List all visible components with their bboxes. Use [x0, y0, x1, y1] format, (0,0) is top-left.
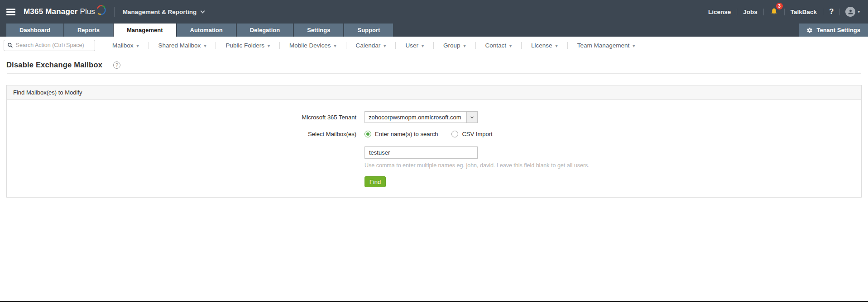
- chevron-down-icon: [470, 115, 475, 120]
- action-menus: Mailbox Shared Mailbox Public Folders Mo…: [103, 42, 644, 49]
- talkback-link[interactable]: TalkBack: [785, 9, 823, 15]
- caret-down-icon: [334, 42, 336, 49]
- select-mailbox-row: Select Mailbox(es) Enter name(s) to sear…: [7, 131, 861, 137]
- tab-reports[interactable]: Reports: [64, 24, 113, 37]
- top-bar: M365 Manager Plus Management & Reporting…: [0, 0, 868, 24]
- account-menu[interactable]: ▾: [840, 7, 860, 17]
- gear-icon: [806, 27, 813, 33]
- radio-csv-import-label: CSV Import: [462, 131, 492, 137]
- mailbox-name-input[interactable]: [364, 146, 478, 159]
- caret-down-icon: [204, 42, 206, 49]
- menu-shared-mailbox[interactable]: Shared Mailbox: [149, 42, 216, 49]
- tab-automation[interactable]: Automation: [177, 24, 236, 37]
- caret-down-icon: [509, 42, 512, 49]
- hint-row: Use comma to enter multiple names eg. jo…: [7, 162, 861, 169]
- menu-label: User: [405, 42, 418, 49]
- logo-text-bold: M365 Manager: [24, 7, 78, 16]
- title-divider: [7, 73, 861, 74]
- topbar-right: License Jobs 3 TalkBack ? ▾: [702, 7, 860, 17]
- caret-down-icon: [463, 42, 465, 49]
- select-mailbox-label: Select Mailbox(es): [7, 131, 364, 137]
- avatar-caret-icon: ▾: [858, 9, 860, 14]
- menu-public-folders[interactable]: Public Folders: [216, 42, 279, 49]
- main-tab-bar: Dashboard Reports Management Automation …: [0, 24, 868, 37]
- topbar-divider: [114, 7, 115, 17]
- tab-management[interactable]: Management: [114, 24, 176, 37]
- jobs-link[interactable]: Jobs: [737, 9, 763, 15]
- app-logo: M365 Manager Plus: [24, 7, 106, 16]
- search-icon: [7, 42, 13, 48]
- context-label: Management & Reporting: [123, 9, 197, 15]
- find-mailbox-panel: Find Mailbox(es) to Modify Microsoft 365…: [6, 85, 862, 198]
- license-link[interactable]: License: [702, 9, 737, 15]
- notification-badge: 3: [776, 3, 783, 9]
- tenant-select-value: zohocorpwsmopm.onmicrosoft.com: [365, 114, 466, 121]
- search-action-box[interactable]: [4, 40, 95, 51]
- caret-down-icon: [384, 42, 386, 49]
- caret-down-icon: [268, 42, 270, 49]
- name-input-row: [7, 146, 861, 159]
- radio-unselected-icon[interactable]: [451, 131, 458, 137]
- panel-body: Microsoft 365 Tenant zohocorpwsmopm.onmi…: [7, 100, 861, 197]
- menu-group[interactable]: Group: [434, 42, 475, 49]
- tab-settings[interactable]: Settings: [294, 24, 343, 37]
- caret-down-icon: [422, 42, 424, 49]
- user-icon: [847, 9, 854, 15]
- caret-down-icon: [137, 42, 139, 49]
- menu-mobile-devices[interactable]: Mobile Devices: [280, 42, 346, 49]
- menu-label: Group: [443, 42, 460, 49]
- tab-support[interactable]: Support: [344, 24, 393, 37]
- panel-header: Find Mailbox(es) to Modify: [7, 85, 861, 100]
- menu-user[interactable]: User: [396, 42, 433, 49]
- radio-selected-icon[interactable]: [364, 131, 371, 137]
- menu-label: Mobile Devices: [289, 42, 331, 49]
- tenant-settings-label: Tenant Settings: [816, 27, 860, 33]
- search-input[interactable]: [16, 42, 91, 48]
- context-switcher[interactable]: Management & Reporting: [123, 9, 205, 15]
- page-help-icon[interactable]: ?: [113, 61, 120, 69]
- menu-label: Calendar: [356, 42, 381, 49]
- menu-label: Shared Mailbox: [158, 42, 201, 49]
- find-button[interactable]: Find: [364, 176, 386, 187]
- page-title-row: Disable Exchange Mailbox ?: [0, 54, 868, 73]
- action-menu-bar: Mailbox Shared Mailbox Public Folders Mo…: [0, 37, 868, 54]
- logo-swoosh-icon: [96, 4, 106, 16]
- menu-label: License: [531, 42, 552, 49]
- tenant-row: Microsoft 365 Tenant zohocorpwsmopm.onmi…: [7, 111, 861, 123]
- tab-delegation[interactable]: Delegation: [237, 24, 293, 37]
- chevron-down-icon: [201, 9, 205, 13]
- logo-text-plus: Plus: [80, 7, 95, 16]
- menu-label: Contact: [485, 42, 507, 49]
- hamburger-menu-icon[interactable]: [6, 7, 15, 17]
- caret-down-icon: [633, 42, 635, 49]
- tab-dashboard[interactable]: Dashboard: [6, 24, 63, 37]
- menu-team-management[interactable]: Team Management: [568, 42, 645, 49]
- avatar: [845, 7, 855, 17]
- menu-calendar[interactable]: Calendar: [346, 42, 396, 49]
- input-hint-text: Use comma to enter multiple names eg. jo…: [364, 162, 590, 169]
- menu-contact[interactable]: Contact: [476, 42, 522, 49]
- menu-license[interactable]: License: [522, 42, 567, 49]
- find-row: Find: [7, 176, 861, 187]
- radio-csv-import[interactable]: CSV Import: [451, 131, 492, 137]
- radio-enter-names-label: Enter name(s) to search: [375, 131, 438, 137]
- menu-label: Public Folders: [225, 42, 264, 49]
- help-button[interactable]: ?: [823, 7, 839, 16]
- menu-label: Team Management: [577, 42, 630, 49]
- page-title: Disable Exchange Mailbox: [6, 61, 102, 69]
- caret-down-icon: [556, 42, 558, 49]
- menu-label: Mailbox: [112, 42, 134, 49]
- menu-mailbox[interactable]: Mailbox: [103, 42, 149, 49]
- tenant-select[interactable]: zohocorpwsmopm.onmicrosoft.com: [364, 111, 478, 123]
- tenant-settings-button[interactable]: Tenant Settings: [799, 24, 868, 37]
- tenant-label: Microsoft 365 Tenant: [7, 114, 364, 121]
- notifications-button[interactable]: 3: [764, 7, 784, 17]
- select-arrow[interactable]: [466, 112, 477, 123]
- radio-enter-names[interactable]: Enter name(s) to search: [364, 131, 438, 137]
